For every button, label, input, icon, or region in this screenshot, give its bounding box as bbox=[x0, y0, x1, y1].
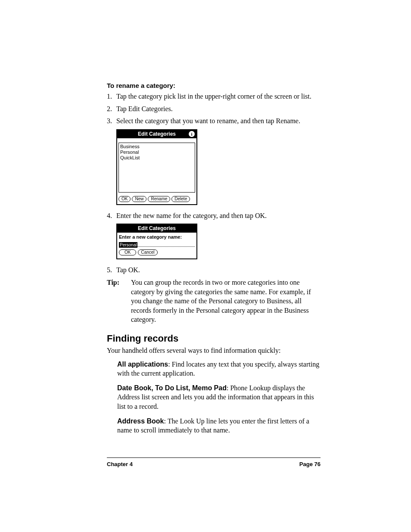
info-icon[interactable]: i bbox=[189, 131, 195, 137]
list-item[interactable]: QuickList bbox=[120, 155, 193, 161]
input-value-selected: Personal bbox=[119, 242, 137, 248]
footer-chapter: Chapter 4 bbox=[107, 461, 133, 467]
list-item[interactable]: Personal bbox=[120, 149, 193, 155]
rename-button[interactable]: Rename bbox=[148, 196, 170, 202]
new-button[interactable]: New bbox=[132, 196, 146, 202]
bullet-address-book: Address Book: The Look Up line lets you … bbox=[117, 417, 321, 435]
tip-text: You can group the records in two or more… bbox=[131, 278, 321, 324]
document-page: To rename a category: 1. Tap the categor… bbox=[0, 0, 411, 532]
bullet-lead: Date Book, To Do List, Memo Pad bbox=[117, 384, 227, 392]
procedure-heading: To rename a category: bbox=[107, 82, 321, 89]
dialog-button-row: OK New Rename Delete bbox=[117, 194, 196, 204]
list-item[interactable]: Business bbox=[120, 144, 193, 149]
tip-label: Tip: bbox=[107, 278, 131, 324]
step-text: Tap Edit Categories. bbox=[116, 104, 321, 114]
step-text: Tap OK. bbox=[116, 265, 321, 275]
dialog-edit-categories: Edit Categories i Business Personal Quic… bbox=[116, 129, 197, 205]
step-text: Select the category that you want to ren… bbox=[116, 116, 321, 126]
dialog-title-text: Edit Categories bbox=[138, 225, 176, 231]
step-number: 2. bbox=[107, 104, 116, 114]
section-heading-finding-records: Finding records bbox=[107, 333, 321, 344]
step-4: 4. Enter the new name for the category, … bbox=[107, 211, 321, 221]
tip-block: Tip: You can group the records in two or… bbox=[107, 278, 321, 324]
step-text: Tap the category pick list in the upper-… bbox=[116, 92, 321, 101]
delete-button[interactable]: Delete bbox=[171, 196, 190, 202]
step-2: 2. Tap Edit Categories. bbox=[107, 104, 321, 114]
dialog-title-bar: Edit Categories bbox=[117, 224, 196, 233]
bullet-lead: Address Book bbox=[117, 417, 164, 425]
figure-edit-categories-list: Edit Categories i Business Personal Quic… bbox=[116, 129, 321, 205]
step-number: 1. bbox=[107, 92, 116, 101]
dialog-title-bar: Edit Categories i bbox=[117, 130, 196, 138]
step-text: Enter the new name for the category, and… bbox=[116, 211, 321, 221]
ok-button[interactable]: OK bbox=[118, 196, 131, 202]
dialog-title-text: Edit Categories bbox=[138, 131, 176, 137]
cancel-button[interactable]: Cancel bbox=[138, 249, 157, 255]
step-number: 3. bbox=[107, 116, 116, 126]
step-number: 5. bbox=[107, 265, 116, 275]
step-5: 5. Tap OK. bbox=[107, 265, 321, 275]
category-name-input[interactable]: Personal bbox=[119, 240, 195, 247]
bullet-lead: All applications bbox=[117, 361, 168, 368]
bullet-all-applications: All applications: Find locates any text … bbox=[117, 360, 321, 378]
figure-edit-categories-rename: Edit Categories Enter a new category nam… bbox=[116, 224, 321, 259]
dialog-button-row: OK Cancel bbox=[119, 249, 195, 258]
ok-button[interactable]: OK bbox=[119, 249, 136, 255]
step-1: 1. Tap the category pick list in the upp… bbox=[107, 92, 321, 101]
bullet-datebook-todo-memo: Date Book, To Do List, Memo Pad: Phone L… bbox=[117, 383, 321, 411]
step-number: 4. bbox=[107, 211, 116, 221]
step-3: 3. Select the category that you want to … bbox=[107, 116, 321, 126]
intro-paragraph: Your handheld offers several ways to fin… bbox=[107, 346, 321, 355]
footer-rule bbox=[107, 457, 321, 458]
dialog-edit-categories-rename: Edit Categories Enter a new category nam… bbox=[116, 224, 197, 259]
dialog-body: Enter a new category name: Personal OK C… bbox=[117, 233, 196, 258]
prompt-label: Enter a new category name: bbox=[119, 234, 195, 240]
category-listbox[interactable]: Business Personal QuickList bbox=[118, 143, 195, 193]
footer-page-number: Page 76 bbox=[299, 461, 321, 467]
page-footer: Chapter 4 Page 76 bbox=[107, 461, 321, 467]
